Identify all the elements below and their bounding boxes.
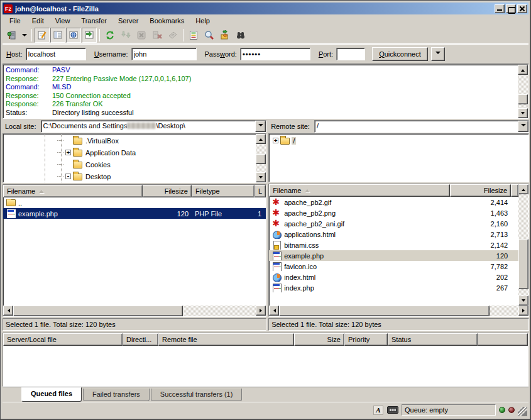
- queue-column-size[interactable]: Size: [294, 333, 344, 346]
- scrollbar-track[interactable]: [518, 75, 528, 108]
- local-tree-scrollbar[interactable]: [256, 134, 266, 182]
- site-manager-button[interactable]: [4, 28, 19, 43]
- site-manager-dropdown[interactable]: [20, 28, 29, 43]
- menu-transfer[interactable]: Transfer: [75, 16, 112, 26]
- menu-file[interactable]: File: [4, 16, 26, 26]
- scroll-right-button[interactable]: [256, 306, 266, 316]
- tree-item-cookies[interactable]: Cookies: [3, 158, 256, 170]
- synchronized-browsing-icon: [220, 30, 230, 40]
- queue-column-server-local[interactable]: Server/Local file: [3, 333, 123, 346]
- scrollbar-thumb[interactable]: [518, 239, 528, 290]
- directory-comparison-button[interactable]: [202, 28, 217, 43]
- tree-expander[interactable]: -: [65, 174, 71, 179]
- refresh-button[interactable]: [102, 28, 118, 43]
- tree-expander[interactable]: +: [273, 138, 278, 143]
- scroll-up-button[interactable]: [256, 134, 266, 144]
- tree-expander[interactable]: +: [65, 150, 71, 155]
- file-row[interactable]: apache_pb2_ani.gif2,160: [269, 218, 518, 229]
- queue-column-remote-file[interactable]: Remote file: [158, 333, 294, 346]
- close-button[interactable]: [517, 4, 527, 13]
- username-input[interactable]: [131, 48, 197, 60]
- scroll-down-button[interactable]: [518, 108, 528, 118]
- remote-site-combo[interactable]: /: [314, 120, 529, 133]
- menu-help[interactable]: Help: [190, 16, 216, 26]
- remote-horizontal-scrollbar[interactable]: [269, 306, 528, 316]
- disconnect-button[interactable]: [150, 28, 165, 43]
- toggle-remote-tree-button[interactable]: [66, 28, 81, 43]
- filter-button[interactable]: [186, 28, 201, 43]
- scrollbar-thumb[interactable]: [256, 154, 266, 164]
- scrollbar-track[interactable]: [279, 306, 518, 316]
- remote-vertical-scrollbar[interactable]: [518, 184, 528, 306]
- dropdown-caret-icon: [258, 124, 263, 129]
- file-row[interactable]: apache_pb2.png1,463: [269, 207, 518, 218]
- remote-site-dropdown[interactable]: [518, 121, 528, 132]
- tab-successful-transfers[interactable]: Successful transfers (1): [151, 389, 243, 401]
- scroll-up-button[interactable]: [518, 184, 528, 194]
- resize-grip[interactable]: [518, 407, 527, 416]
- scrollbar-thumb[interactable]: [13, 306, 183, 316]
- menu-edit[interactable]: Edit: [26, 16, 50, 26]
- queue-column-direction[interactable]: Directi...: [123, 333, 158, 346]
- scroll-left-button[interactable]: [269, 306, 279, 316]
- file-row[interactable]: bitnami.css2,142: [269, 240, 518, 250]
- tree-item-root[interactable]: +/: [269, 135, 528, 146]
- column-header-filename[interactable]: Filename: [269, 184, 450, 197]
- minimize-button[interactable]: [495, 4, 505, 13]
- log-vertical-scrollbar[interactable]: [518, 65, 528, 118]
- title-bar[interactable]: john@localhost - FileZilla: [3, 3, 528, 14]
- file-row-example-php[interactable]: example.php120: [269, 250, 518, 261]
- column-header-filename[interactable]: Filename: [3, 185, 143, 197]
- toggle-local-tree-button[interactable]: [50, 28, 65, 43]
- find-files-button[interactable]: [233, 28, 248, 43]
- column-header-filesize[interactable]: Filesize: [143, 185, 192, 197]
- quickconnect-button[interactable]: Quickconnect: [372, 47, 428, 61]
- port-input[interactable]: [336, 48, 365, 60]
- scroll-right-button[interactable]: [518, 306, 528, 316]
- quickconnect-dropdown[interactable]: [431, 47, 445, 61]
- file-row[interactable]: index.php267: [269, 282, 518, 293]
- tree-item-desktop[interactable]: -Desktop: [3, 170, 256, 182]
- file-row-example-php[interactable]: example.php 120 PHP File 1: [3, 208, 266, 219]
- maximize-button[interactable]: [506, 4, 516, 13]
- queue-column-priority[interactable]: Priority: [344, 333, 388, 346]
- process-queue-button[interactable]: [118, 28, 133, 43]
- file-row[interactable]: favicon.ico7,782: [269, 261, 518, 272]
- tab-failed-transfers[interactable]: Failed transfers: [83, 389, 150, 401]
- file-row[interactable]: applications.html2,713: [269, 229, 518, 240]
- tree-item-application-data[interactable]: +Application Data: [3, 146, 256, 158]
- menu-view[interactable]: View: [50, 16, 76, 26]
- file-row[interactable]: index.html202: [269, 272, 518, 282]
- scroll-down-button[interactable]: [518, 296, 528, 306]
- queue-column-status[interactable]: Status: [388, 333, 478, 346]
- php-file-icon: [272, 284, 282, 292]
- cancel-button[interactable]: [134, 28, 149, 43]
- column-header-filesize[interactable]: Filesize: [450, 184, 511, 197]
- file-row-updir[interactable]: ..: [3, 197, 266, 208]
- local-horizontal-scrollbar[interactable]: [3, 306, 266, 316]
- local-site-combo[interactable]: C:\Documents and Settings\Desktop\: [41, 120, 267, 133]
- toggle-queue-button[interactable]: [82, 28, 97, 43]
- data-type-indicator: A: [373, 405, 384, 415]
- host-input[interactable]: [26, 48, 86, 60]
- menu-server[interactable]: Server: [112, 16, 144, 26]
- scrollbar-track[interactable]: [256, 144, 266, 172]
- file-row[interactable]: apache_pb2.gif2,414: [269, 197, 518, 207]
- column-header-filetype[interactable]: Filetype: [192, 185, 255, 197]
- scroll-down-button[interactable]: [256, 172, 266, 182]
- scroll-up-button[interactable]: [518, 65, 528, 75]
- local-site-dropdown[interactable]: [255, 121, 266, 132]
- menu-bookmarks[interactable]: Bookmarks: [144, 16, 190, 26]
- scroll-left-button[interactable]: [3, 306, 13, 316]
- scrollbar-track[interactable]: [518, 194, 528, 296]
- tab-queued-files[interactable]: Queued files: [21, 387, 82, 402]
- scrollbar-thumb[interactable]: [518, 94, 528, 104]
- column-header-lastmodified[interactable]: L: [255, 185, 266, 197]
- reconnect-button[interactable]: [165, 28, 180, 43]
- scrollbar-track[interactable]: [13, 306, 256, 316]
- scrollbar-thumb[interactable]: [279, 306, 490, 316]
- synchronized-browsing-button[interactable]: [217, 28, 233, 43]
- toggle-message-log-button[interactable]: [35, 28, 50, 43]
- password-input[interactable]: [240, 48, 310, 60]
- tree-item-virtualbox[interactable]: .VirtualBox: [3, 135, 256, 146]
